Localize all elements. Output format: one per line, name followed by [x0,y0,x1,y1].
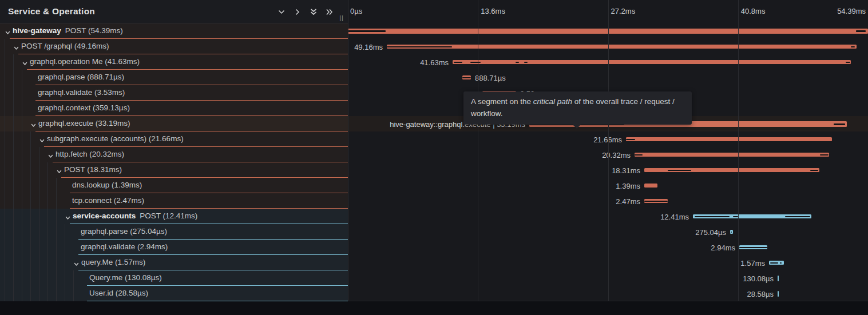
span-name-label: dns.lookup (1.39ms) [72,181,142,189]
tree-row[interactable]: graphql.operation Me (41.63ms) [0,54,348,70]
timeline-tick-label: 40.8ms [741,7,766,15]
timeline-gridline [348,0,348,301]
tree-indent-guides [5,286,78,301]
tree-row[interactable]: graphql.validate (2.94ms) [0,240,348,255]
span-bar[interactable] [769,261,784,265]
span-name-label: POST /graphql (49.16ms) [21,42,109,50]
operation-name: graphql.context (359.13µs) [38,103,130,112]
span-duration-label: 275.04µs [695,228,726,236]
chevron-down-icon[interactable] [277,7,286,17]
tree-chevron-icon[interactable] [56,167,62,173]
tree-chevron-icon[interactable] [65,213,71,220]
operation-name: tcp.connect (2.47ms) [72,196,144,205]
critical-path-segment [851,46,855,47]
span-bar[interactable] [453,60,851,64]
critical-path-segment [733,216,738,217]
span-bar[interactable] [730,230,733,234]
critical-path-segment [348,30,386,32]
column-resizer-handle[interactable]: || [339,14,344,21]
chevron-right-icon[interactable] [293,7,302,17]
span-duration-label: 2.94ms [711,243,735,252]
span-bar[interactable] [644,184,657,188]
tree-row[interactable]: graphql.parse (888.71µs) [0,70,348,85]
span-bar[interactable] [644,199,668,203]
timeline-gridline [738,0,739,301]
tree-chevron-icon[interactable] [39,136,45,142]
span-bar[interactable] [387,45,857,49]
tree-row[interactable]: graphql.context (359.13µs) [0,101,348,116]
tree-chevron-icon[interactable] [30,121,37,127]
tree-row[interactable]: hive-gatewayPOST (54.39ms) [0,23,348,39]
span-duration-label: 1.57ms [740,258,765,267]
span-bar[interactable] [644,168,819,172]
span-duration-label: 41.63ms [420,58,449,66]
critical-path-segment [731,232,732,233]
critical-path-segment [780,262,782,264]
critical-path-segment [387,46,452,47]
tree-indent-guides [5,147,44,162]
critical-path-segment [516,62,519,63]
span-duration-label: 130.08µs [743,274,774,282]
critical-path-segment [810,170,818,171]
span-name-label: graphql.execute (33.19ms) [38,119,130,127]
span-name-label: graphql.operation Me (41.63ms) [30,57,140,66]
tree-indent-guides [5,270,78,286]
timeline-tick-label: 54.39ms [837,7,866,15]
span-duration-label: 28.58µs [747,289,774,298]
tree-row[interactable]: service-accountsPOST (12.41ms) [0,209,348,224]
operation-name: Query.me (130.08µs) [89,273,162,282]
tree-row[interactable]: graphql.validate (3.53ms) [0,85,348,101]
span-name-label: graphql.context (359.13µs) [38,103,130,112]
timeline-gridline [608,0,609,301]
tree-indent-guides [5,178,61,193]
panel-title: Service & Operation [8,6,95,17]
critical-path-segment [834,123,845,125]
operation-name: http.fetch (20.32ms) [56,150,124,158]
span-bar[interactable] [693,214,811,218]
tree-row[interactable]: graphql.parse (275.04µs) [0,224,348,240]
double-chevron-right-icon[interactable] [325,7,334,17]
tree-row[interactable]: graphql.execute (33.19ms) [0,116,348,131]
tree-row[interactable]: POST /graphql (49.16ms) [0,39,348,54]
tree-chevron-icon[interactable] [5,28,11,34]
operation-name: graphql.parse (888.71µs) [38,73,124,81]
trace-waterfall-view: Service & Operation || hive-gatewayPOST … [0,0,868,315]
tree-indent-guides [5,116,27,131]
span-bar[interactable] [778,291,779,297]
tree-row[interactable]: POST (18.31ms) [0,162,348,178]
tree-chevron-icon[interactable] [22,59,28,65]
critical-path-segment [524,62,528,63]
span-duration-label: 12.41ms [660,212,689,221]
double-chevron-down-icon[interactable] [309,7,318,17]
span-bar[interactable] [462,75,471,79]
tree-chevron-icon[interactable] [13,43,19,50]
operation-name: graphql.validate (3.53ms) [38,88,125,97]
tree-row[interactable]: Query.me (130.08µs) [0,270,348,286]
operation-name: graphql.parse (275.04µs) [81,227,167,236]
span-name-label: subgraph.execute (accounts) (21.66ms) [47,134,184,143]
tree-row[interactable]: http.fetch (20.32ms) [0,147,348,162]
tree-row[interactable]: User.id (28.58µs) [0,286,348,301]
span-duration-label: 2.47ms [616,197,640,205]
span-bar[interactable] [739,245,767,249]
span-bar[interactable] [778,276,779,281]
span-bar[interactable] [626,137,832,141]
tree-indent-guides [5,209,61,224]
tree-row[interactable]: subgraph.execute (accounts) (21.66ms) [0,131,348,147]
span-bar[interactable] [635,153,829,157]
critical-path-segment [668,170,691,171]
timeline-tick-label: 0µs [350,7,362,15]
tree-chevron-icon[interactable] [73,260,80,266]
tree-indent-guides [5,101,27,116]
tree-indent-guides [5,162,53,178]
service-operation-panel: Service & Operation || hive-gatewayPOST … [0,0,348,301]
tree-chevron-icon[interactable] [47,151,54,158]
tree-row[interactable]: query.Me (1.57ms) [0,255,348,270]
operation-name: graphql.execute (33.19ms) [38,119,130,127]
span-duration-label: 49.16ms [354,42,383,51]
span-duration-label: 888.71µs [475,73,506,82]
tree-row[interactable]: tcp.connect (2.47ms) [0,193,348,209]
tree-row[interactable]: dns.lookup (1.39ms) [0,178,348,193]
critical-path-tooltip: A segment on the critical path of the ov… [463,91,692,125]
critical-path-segment [626,139,635,140]
